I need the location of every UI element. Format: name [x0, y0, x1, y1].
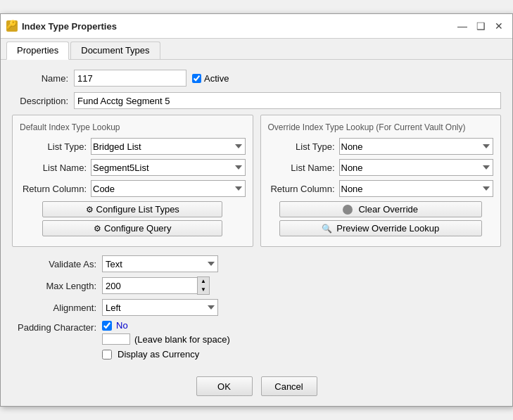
override-list-name-row: List Name: None — [268, 159, 494, 176]
padding-char-input[interactable] — [102, 333, 130, 345]
gear-icon-2: ⚙ — [94, 224, 101, 234]
name-label: Name: — [12, 73, 68, 84]
max-length-label: Max Length: — [12, 281, 96, 291]
default-list-name-select[interactable]: Segment5List None — [91, 159, 246, 176]
padding-label: Padding Character: — [12, 322, 96, 333]
title-bar-controls: — ❑ ✕ — [455, 18, 507, 34]
active-checkbox[interactable] — [192, 74, 201, 83]
override-lookup-title: Override Index Type Lookup (For Current … — [268, 122, 494, 132]
gear-icon-1: ⚙ — [86, 205, 94, 215]
padding-no-checkbox[interactable] — [102, 321, 112, 331]
main-window: Index Type Properties — ❑ ✕ Properties D… — [0, 13, 513, 407]
window-icon — [6, 20, 18, 32]
max-length-input[interactable] — [102, 277, 197, 294]
override-list-type-label: List Type: — [268, 141, 335, 152]
footer: OK Cancel — [1, 369, 512, 406]
spin-up-button[interactable]: ▲ — [198, 277, 209, 286]
max-length-spinbox: ▲ ▼ — [102, 276, 210, 295]
name-input[interactable] — [74, 70, 186, 87]
default-lookup-panel: Default Index Type Lookup List Type: Bri… — [12, 115, 253, 247]
search-icon: 🔍 — [322, 224, 332, 234]
override-list-name-label: List Name: — [268, 163, 335, 173]
override-return-column-row: Return Column: None — [268, 180, 494, 197]
name-row: Name: Active — [12, 70, 501, 87]
padding-no-option: No — [102, 320, 230, 331]
default-list-name-row: List Name: Segment5List None — [20, 159, 246, 176]
padding-options: No (Leave blank for space) — [102, 320, 230, 345]
alignment-label: Alignment: — [12, 303, 96, 313]
max-length-row: Max Length: ▲ ▼ — [12, 276, 501, 295]
clear-override-button[interactable]: Clear Override — [279, 201, 482, 217]
configure-list-types-button[interactable]: ⚙ Configure List Types — [42, 201, 222, 217]
validate-as-row: Validate As: Text Number Date — [12, 255, 501, 272]
default-return-column-row: Return Column: Code None Description — [20, 180, 246, 197]
ok-button[interactable]: OK — [196, 376, 253, 396]
override-list-type-select[interactable]: None Bridged List SQL List — [339, 138, 494, 155]
minimize-button[interactable]: — — [455, 18, 470, 34]
window-title: Index Type Properties — [22, 21, 450, 32]
validate-section: Validate As: Text Number Date Max Length… — [12, 255, 501, 359]
active-checkbox-group: Active — [192, 73, 229, 84]
panels-container: Default Index Type Lookup List Type: Bri… — [12, 115, 501, 247]
spin-down-button[interactable]: ▼ — [198, 286, 209, 294]
padding-blank-option: (Leave blank for space) — [102, 333, 230, 345]
padding-row: Padding Character: No (Leave blank for s… — [12, 320, 501, 345]
override-return-column-select[interactable]: None — [339, 180, 494, 197]
padding-blank-label: (Leave blank for space) — [134, 334, 230, 345]
override-return-column-label: Return Column: — [268, 184, 335, 194]
tab-properties[interactable]: Properties — [6, 42, 69, 60]
clear-override-dot-icon — [343, 205, 353, 215]
override-lookup-panel: Override Index Type Lookup (For Current … — [260, 115, 502, 247]
description-label: Description: — [12, 96, 68, 106]
alignment-select[interactable]: Left Center Right — [102, 299, 218, 316]
tab-bar: Properties Document Types — [1, 39, 512, 60]
cancel-button[interactable]: Cancel — [261, 376, 317, 396]
close-button[interactable]: ✕ — [491, 18, 507, 34]
default-list-type-row: List Type: Bridged List None SQL List — [20, 138, 246, 155]
tab-document-types[interactable]: Document Types — [70, 42, 160, 59]
description-row: Description: — [12, 92, 501, 109]
title-bar: Index Type Properties — ❑ ✕ — [1, 14, 512, 39]
validate-as-label: Validate As: — [12, 259, 96, 269]
override-list-name-select[interactable]: None — [339, 159, 494, 176]
content-area: Name: Active Description: Default Index … — [1, 60, 512, 369]
override-list-type-row: List Type: None Bridged List SQL List — [268, 138, 494, 155]
alignment-row: Alignment: Left Center Right — [12, 299, 501, 316]
description-input[interactable] — [74, 92, 501, 109]
default-lookup-title: Default Index Type Lookup — [20, 122, 246, 132]
default-return-column-select[interactable]: Code None Description — [91, 180, 246, 197]
validate-as-select[interactable]: Text Number Date — [102, 255, 218, 272]
default-return-column-label: Return Column: — [20, 184, 87, 194]
currency-row: Display as Currency — [102, 349, 501, 359]
default-list-type-label: List Type: — [20, 141, 87, 152]
default-list-name-label: List Name: — [20, 163, 87, 173]
configure-query-button[interactable]: ⚙ Configure Query — [42, 220, 222, 236]
display-currency-checkbox[interactable] — [102, 350, 112, 359]
default-list-type-select[interactable]: Bridged List None SQL List — [91, 138, 246, 155]
padding-no-label: No — [116, 320, 128, 331]
preview-override-button[interactable]: 🔍 Preview Override Lookup — [279, 220, 482, 236]
restore-button[interactable]: ❑ — [473, 18, 488, 34]
display-currency-label: Display as Currency — [118, 349, 199, 359]
active-label: Active — [204, 73, 229, 84]
spin-buttons: ▲ ▼ — [197, 276, 210, 295]
